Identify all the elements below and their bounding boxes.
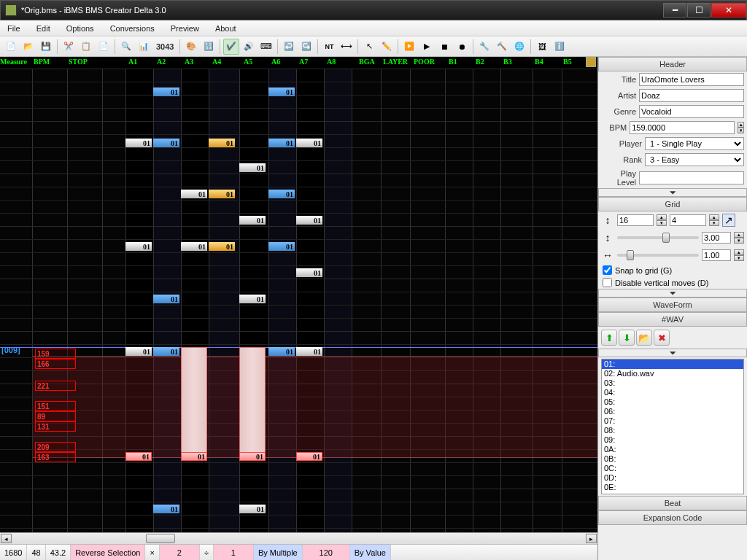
- wav-item[interactable]: 0E:: [602, 483, 743, 492]
- record-icon[interactable]: ⏺: [454, 39, 470, 55]
- undo-icon[interactable]: ↩️: [281, 39, 297, 55]
- wav-item[interactable]: 06:: [602, 407, 743, 416]
- note[interactable]: 01: [181, 242, 207, 251]
- close-button[interactable]: ✕: [711, 3, 746, 18]
- note[interactable]: 01: [125, 139, 152, 147]
- wav-open-icon[interactable]: 📂: [636, 330, 652, 346]
- menu-options[interactable]: Options: [66, 24, 94, 33]
- long-note[interactable]: [181, 347, 207, 454]
- genre-input[interactable]: [639, 105, 744, 118]
- note[interactable]: 01: [153, 295, 179, 303]
- note[interactable]: 01: [239, 505, 266, 513]
- bpm-marker[interactable]: 159: [35, 349, 76, 359]
- stop-icon[interactable]: ⏹: [436, 39, 452, 55]
- zoom-horiz-input[interactable]: [702, 249, 731, 261]
- scroll-thumb[interactable]: [146, 534, 175, 543]
- grid-v1-input[interactable]: [617, 214, 654, 226]
- by-multiple-button[interactable]: By Multiple: [254, 545, 303, 560]
- info-icon[interactable]: ℹ️: [551, 39, 568, 55]
- pencil-icon[interactable]: ✏️: [379, 39, 395, 55]
- grid-v2-spinner[interactable]: ▴▾: [709, 214, 719, 226]
- note[interactable]: 01: [153, 139, 179, 147]
- wav-list[interactable]: 01:02: Audio.wav03:04:05:06:07:08:09:0A:…: [601, 359, 744, 494]
- wav-item[interactable]: 02: Audio.wav: [602, 369, 743, 378]
- grid-apply-icon[interactable]: ↗: [722, 214, 735, 227]
- image-icon[interactable]: 🖼: [534, 39, 550, 55]
- note[interactable]: 01: [125, 347, 152, 356]
- play-start-icon[interactable]: ▶️: [401, 39, 417, 55]
- menu-preview[interactable]: Preview: [171, 24, 199, 33]
- wav-item[interactable]: 05:: [602, 397, 743, 407]
- note[interactable]: 01: [296, 452, 322, 461]
- note[interactable]: 01: [268, 190, 295, 198]
- save-icon[interactable]: 💾: [38, 39, 54, 55]
- note[interactable]: 01: [153, 347, 179, 356]
- menu-about[interactable]: About: [215, 24, 236, 33]
- scroll-left-arrow[interactable]: ◂: [1, 534, 12, 543]
- note[interactable]: 01: [181, 190, 207, 198]
- grid-v2-input[interactable]: [670, 214, 706, 226]
- menu-file[interactable]: File: [7, 24, 20, 33]
- disable-vert-checkbox[interactable]: [603, 278, 612, 287]
- scroll-right-arrow[interactable]: ▸: [586, 534, 597, 543]
- note[interactable]: 01: [268, 242, 295, 251]
- collapse-grid-icon[interactable]: ⏷: [598, 289, 747, 298]
- playlevel-input[interactable]: [639, 171, 744, 184]
- web-icon[interactable]: 🌐: [511, 39, 527, 55]
- paste-icon[interactable]: 📄: [96, 39, 112, 55]
- open-folder-icon[interactable]: 📂: [20, 39, 36, 55]
- bpm-marker[interactable]: 151: [35, 401, 76, 411]
- expansion-section-button[interactable]: Expansion Code: [598, 510, 747, 525]
- bpm-input[interactable]: [630, 121, 735, 134]
- cursor-icon[interactable]: ↖: [361, 39, 377, 55]
- collapse-header-icon[interactable]: ⏷: [598, 188, 747, 197]
- note-grid[interactable]: [009]15916622115189131209163010101010101…: [0, 69, 597, 532]
- note[interactable]: 01: [239, 216, 266, 225]
- bpm-marker[interactable]: 89: [35, 411, 76, 421]
- cut-icon[interactable]: ✂️: [61, 39, 77, 55]
- wav-item[interactable]: 04:: [602, 388, 743, 397]
- sort-icon[interactable]: 🔢: [201, 39, 217, 55]
- find-icon[interactable]: 🔍: [118, 39, 134, 55]
- stat-icon[interactable]: 📊: [136, 39, 152, 55]
- note[interactable]: 01: [239, 295, 266, 303]
- menu-edit[interactable]: Edit: [36, 24, 50, 33]
- redo-icon[interactable]: ↪️: [298, 39, 314, 55]
- note[interactable]: 01: [125, 242, 152, 251]
- copy-icon[interactable]: 📋: [78, 39, 94, 55]
- wav-item[interactable]: 0A:: [602, 445, 743, 454]
- note[interactable]: 01: [181, 452, 207, 461]
- maximize-button[interactable]: ☐: [687, 3, 711, 18]
- wav-item[interactable]: 0B:: [602, 454, 743, 464]
- nt-icon[interactable]: NT: [321, 39, 337, 55]
- note[interactable]: 01: [268, 88, 295, 96]
- wav-item[interactable]: 03:: [602, 378, 743, 388]
- title-input[interactable]: [639, 73, 744, 86]
- zoom-vert-spinner[interactable]: ▴▾: [734, 232, 744, 244]
- wav-up-icon[interactable]: ⬆: [601, 330, 617, 346]
- note[interactable]: 01: [209, 190, 235, 198]
- wrench-icon[interactable]: 🔨: [494, 39, 510, 55]
- note[interactable]: 01: [296, 216, 322, 225]
- zoom-vert-input[interactable]: [702, 232, 731, 244]
- bpm-marker[interactable]: 163: [35, 452, 76, 462]
- bpm-marker[interactable]: 221: [35, 381, 76, 391]
- play-icon[interactable]: ▶: [419, 39, 435, 55]
- note[interactable]: 01: [296, 347, 322, 356]
- multiplier-b-input[interactable]: [218, 548, 249, 557]
- note[interactable]: 01: [239, 163, 266, 172]
- rank-select[interactable]: 3 - Easy: [645, 153, 744, 166]
- sound-icon[interactable]: 🔊: [241, 39, 257, 55]
- artist-input[interactable]: [639, 89, 744, 102]
- note[interactable]: 01: [209, 139, 235, 147]
- bpm-spinner[interactable]: ▴▾: [738, 122, 744, 133]
- note[interactable]: 01: [268, 347, 295, 356]
- check-icon[interactable]: ✔️: [223, 39, 239, 55]
- zoom-horiz-spinner[interactable]: ▴▾: [734, 249, 744, 261]
- minimize-button[interactable]: ━: [663, 3, 686, 18]
- note[interactable]: 01: [125, 452, 152, 461]
- note[interactable]: 01: [296, 268, 322, 277]
- wav-down-icon[interactable]: ⬇: [619, 330, 635, 346]
- bpm-marker[interactable]: 209: [35, 442, 76, 452]
- by-multiple-value-input[interactable]: [307, 548, 345, 557]
